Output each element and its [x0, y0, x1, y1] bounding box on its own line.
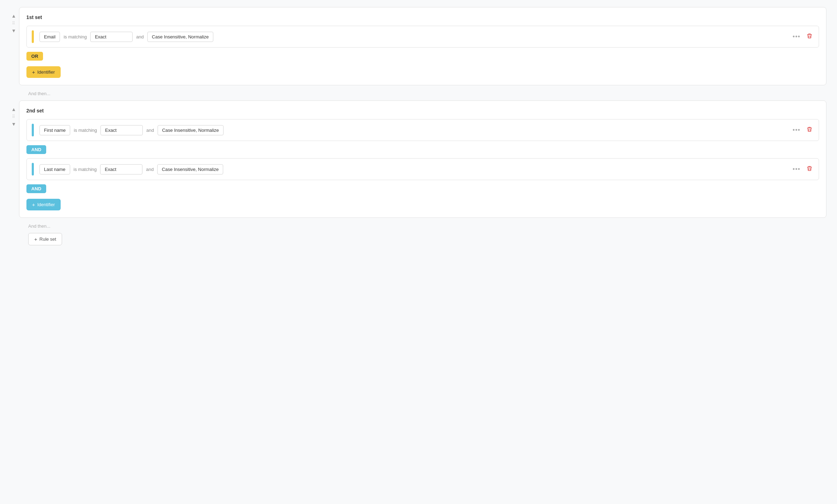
chevron-up-icon: ▲ [11, 107, 16, 112]
set2-accent-bar-2 [32, 163, 34, 176]
set2-add-plus-icon: + [32, 202, 35, 208]
set1-rule1-more-btn[interactable]: ••• [791, 33, 802, 41]
set2-rule1-more-btn[interactable]: ••• [791, 126, 802, 134]
set2-and-connector-1: AND [26, 141, 819, 158]
more-dots-icon: ••• [793, 127, 800, 134]
set1-logic-badge: OR [26, 52, 43, 61]
and-then-1: And then... [28, 91, 826, 96]
set1-add-identifier-btn[interactable]: + Identifier [26, 66, 61, 78]
add-rule-set-label: Rule set [39, 236, 56, 242]
set1-rule-row-1: Email is matching Exact and Case Insensi… [26, 26, 819, 48]
set1-collapse-down-btn[interactable]: ▼ [11, 27, 17, 34]
set2-rule-row-1: First name is matching Exact and Case In… [26, 119, 819, 141]
more-dots-icon: ••• [793, 33, 800, 40]
set2-accent-bar-1 [32, 124, 34, 136]
set2-add-identifier-label: Identifier [37, 202, 55, 207]
set2-rule2-delete-btn[interactable] [805, 165, 814, 173]
set2-rule2-connector: and [146, 167, 154, 172]
set2-rule1-connector: and [146, 128, 154, 133]
set1-side-controls: ▲ ⠿ ▼ [11, 7, 17, 34]
rule-set-2: ▲ ⠿ ▼ 2nd set First name is matching Exa… [11, 100, 826, 218]
trash-icon [807, 34, 812, 40]
set1-rule1-field[interactable]: Email [39, 32, 60, 42]
chevron-down-icon: ▼ [11, 122, 16, 127]
set2-rule2-operator: is matching [74, 167, 97, 172]
trash-icon [807, 127, 812, 133]
set2-collapse-down-btn[interactable]: ▼ [11, 121, 17, 127]
add-rule-set-btn[interactable]: + Rule set [28, 233, 62, 245]
set2-side-controls: ▲ ⠿ ▼ [11, 100, 17, 127]
set1-rule1-options[interactable]: Case Insensitive, Normalize [147, 32, 213, 42]
set1-or-connector: OR [26, 48, 819, 65]
set1-collapse-up-btn[interactable]: ▲ [11, 13, 17, 19]
chevron-down-icon: ▼ [11, 28, 16, 33]
add-rule-set-plus-icon: + [34, 236, 37, 242]
set1-rule1-delete-btn[interactable] [805, 32, 814, 41]
set1-card: 1st set Email is matching Exact and Case… [19, 7, 826, 85]
set1-drag-handle[interactable]: ⠿ [12, 21, 15, 25]
set2-card: 2nd set First name is matching Exact and… [19, 100, 826, 218]
set1-title: 1st set [26, 14, 819, 20]
set2-rule1-actions: ••• [791, 126, 814, 134]
more-dots-icon: ••• [793, 166, 800, 173]
set2-rule2-options[interactable]: Case Insensitive, Normalize [157, 164, 223, 174]
set2-add-identifier-btn[interactable]: + Identifier [26, 199, 61, 210]
set2-collapse-up-btn[interactable]: ▲ [11, 106, 17, 112]
rule-set-1: ▲ ⠿ ▼ 1st set Email is matching Exact an… [11, 7, 826, 85]
set1-rule1-value[interactable]: Exact [90, 32, 133, 42]
set2-rule2-field[interactable]: Last name [39, 164, 70, 174]
and-then-2: And then... [28, 223, 826, 229]
set2-rule1-field[interactable]: First name [39, 125, 70, 135]
set1-add-plus-icon: + [32, 69, 35, 75]
set1-rule1-operator: is matching [63, 34, 87, 39]
set1-rule1-actions: ••• [791, 32, 814, 41]
set2-and-badge-2: AND [26, 184, 46, 193]
set2-rule1-operator: is matching [74, 128, 97, 133]
set2-rule2-value[interactable]: Exact [100, 164, 142, 174]
set2-rule1-options[interactable]: Case Insensitive, Normalize [158, 125, 224, 135]
set1-add-identifier-label: Identifier [37, 69, 55, 75]
set1-rule1-connector: and [136, 34, 144, 39]
trash-icon [807, 166, 812, 172]
set2-and-connector-2: AND [26, 180, 819, 197]
set2-title: 2nd set [26, 108, 819, 113]
chevron-up-icon: ▲ [11, 13, 16, 18]
set2-rule2-more-btn[interactable]: ••• [791, 165, 802, 173]
set2-rule1-value[interactable]: Exact [100, 125, 143, 135]
set2-rule2-actions: ••• [791, 165, 814, 173]
set2-and-badge-1: AND [26, 145, 46, 154]
set2-rule-row-2: Last name is matching Exact and Case Ins… [26, 158, 819, 180]
set2-rule1-delete-btn[interactable] [805, 126, 814, 134]
set1-accent-bar [32, 30, 34, 43]
set2-drag-handle[interactable]: ⠿ [12, 115, 15, 119]
